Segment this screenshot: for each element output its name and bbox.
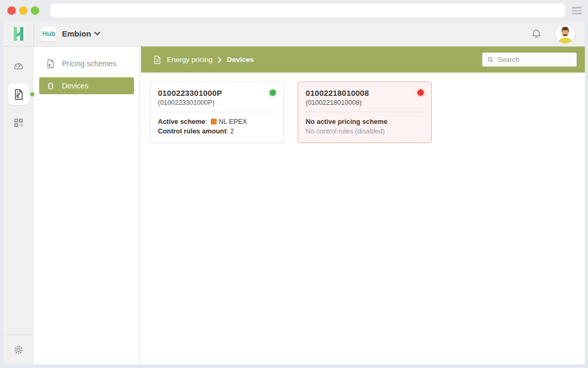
status-dot-online bbox=[270, 89, 276, 96]
sidebar-item-pricing-schemes[interactable]: € Pricing schemes bbox=[39, 55, 134, 72]
nav-dashboard[interactable] bbox=[8, 55, 29, 76]
device-card[interactable]: 0100223301000P (0100223301000P) Active s… bbox=[150, 82, 284, 143]
breadcrumb: Energy pricing Devices bbox=[153, 55, 254, 65]
no-scheme-text: No active pricing scheme bbox=[306, 117, 424, 127]
sidebar-item-label: Pricing schemes bbox=[62, 59, 117, 68]
nav-apps[interactable] bbox=[8, 112, 29, 133]
scheme-color-swatch bbox=[211, 119, 217, 124]
card-divider bbox=[158, 112, 276, 112]
active-scheme-row: Active scheme: NL EPEX bbox=[158, 117, 276, 127]
status-dot-alert bbox=[417, 89, 424, 96]
device-id: (0100223301000P) bbox=[158, 99, 276, 106]
nav-energy-pricing[interactable]: € bbox=[8, 84, 29, 105]
document-euro-icon: € bbox=[46, 59, 56, 69]
breadcrumb-current: Devices bbox=[227, 56, 254, 64]
breadcrumb-link-energy-pricing[interactable]: Energy pricing bbox=[167, 56, 212, 64]
close-window-button[interactable] bbox=[7, 6, 16, 15]
gauge-icon bbox=[12, 59, 25, 72]
invoice-euro-icon: € bbox=[13, 88, 25, 101]
device-name: 01002218010008 bbox=[306, 88, 369, 97]
document-icon bbox=[153, 55, 162, 65]
grid-icon bbox=[13, 117, 24, 129]
nav-settings[interactable] bbox=[3, 335, 34, 364]
search-input[interactable] bbox=[497, 56, 572, 64]
sidebar-item-devices[interactable]: Devices bbox=[39, 77, 134, 94]
browser-chrome bbox=[0, 0, 588, 21]
svg-text:€: € bbox=[15, 94, 19, 99]
hub-badge: Hub bbox=[41, 26, 56, 41]
h-logo-icon bbox=[12, 26, 25, 42]
breadcrumb-chevron-icon bbox=[217, 57, 222, 63]
device-name: 0100223301000P bbox=[158, 88, 222, 97]
workspace-switcher[interactable]: Embion bbox=[62, 29, 100, 38]
maximize-window-button[interactable] bbox=[31, 6, 39, 15]
notifications-bell-icon[interactable] bbox=[531, 28, 542, 39]
nav-rail: € bbox=[3, 47, 34, 364]
search-icon bbox=[487, 56, 494, 64]
app-header: Hub Embion bbox=[3, 21, 585, 47]
address-bar[interactable] bbox=[50, 4, 565, 17]
device-id: (01002218010008) bbox=[306, 99, 424, 106]
breadcrumb-bar: Energy pricing Devices bbox=[141, 47, 585, 73]
app-window: Hub Embion bbox=[3, 21, 585, 364]
control-rules-count: 2 bbox=[230, 127, 234, 135]
scheme-name: NL EPEX bbox=[219, 118, 247, 125]
minimize-window-button[interactable] bbox=[19, 6, 28, 15]
workspace-name: Embion bbox=[62, 29, 91, 38]
device-card-list: 0100223301000P (0100223301000P) Active s… bbox=[140, 73, 585, 364]
svg-text:€: € bbox=[48, 62, 51, 67]
app-logo[interactable] bbox=[3, 21, 34, 46]
user-avatar[interactable] bbox=[556, 24, 575, 43]
no-rules-text: No control rules (disabled) bbox=[306, 127, 424, 136]
sidebar-item-label: Devices bbox=[62, 82, 88, 90]
device-card[interactable]: 01002218010008 (01002218010008) No activ… bbox=[298, 82, 432, 143]
search-box[interactable] bbox=[482, 52, 577, 67]
window-controls bbox=[7, 6, 39, 15]
card-divider bbox=[306, 112, 424, 112]
chevron-down-icon bbox=[94, 32, 100, 35]
control-rules-row: Control rules amount: 2 bbox=[158, 127, 276, 136]
notification-dot bbox=[30, 92, 34, 96]
gear-icon bbox=[13, 344, 24, 356]
browser-menu-icon[interactable] bbox=[572, 7, 582, 14]
main-panel: Energy pricing Devices 01 bbox=[140, 47, 585, 364]
chip-icon bbox=[46, 81, 56, 91]
sidebar: € Pricing schemes Devices bbox=[34, 47, 140, 364]
